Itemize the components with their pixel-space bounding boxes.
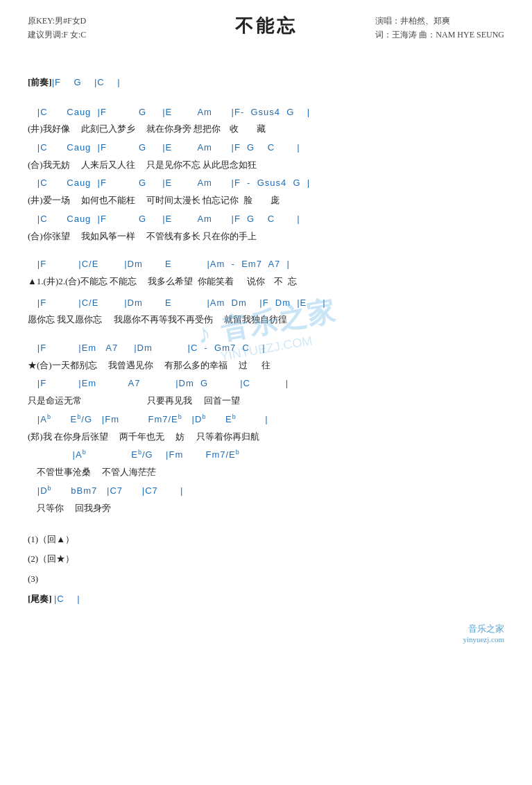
chord-6: |F |C/E |Dm E |Am Dm |F Dm |E | bbox=[28, 295, 504, 312]
star-block: |F |Em A7 |Dm |C - Gm7 C | ★(合)一天都别忘 我曾遇… bbox=[28, 340, 504, 517]
lyric-11: 只等你 回我身旁 bbox=[28, 500, 504, 517]
lyric-10: 不管世事沧桑 不管人海茫茫 bbox=[28, 464, 504, 481]
chord-8: |F |Em A7 |Dm G |C | bbox=[28, 375, 504, 392]
footer-logo-text: 音乐之家 bbox=[468, 623, 504, 634]
lyricist: 词：王海涛 曲：NAM HYE SEUNG bbox=[375, 30, 504, 40]
chord-3: |C Caug |F G |E Am |F - Gsus4 G | bbox=[28, 175, 504, 192]
footer-logo: 音乐之家 yinyuezj.com bbox=[28, 623, 504, 644]
chord-9: |Ab Eb/G |Fm Fm7/Eb |Db Eb | bbox=[28, 411, 504, 429]
chord-4: |C Caug |F G |E Am |F G C | bbox=[28, 211, 504, 228]
lyric-8: 只是命运无常 只要再见我 回首一望 bbox=[28, 392, 504, 410]
chord-1: |C Caug |F G |E Am |F- Gsus4 G | bbox=[28, 104, 504, 121]
key-info-1: 原KEY:男#F女D bbox=[28, 16, 86, 26]
chord-2: |C Caug |F G |E Am |F G C | bbox=[28, 139, 504, 157]
intro-chords: |F G |C | bbox=[52, 77, 121, 87]
outro: [尾奏] |C | bbox=[28, 589, 504, 610]
song-title: 不能忘 bbox=[235, 16, 298, 36]
key-info-2: 建议男调:F 女:C bbox=[28, 30, 86, 40]
intro-label: [前奏] bbox=[28, 77, 52, 87]
lyric-9: (郑)我 在你身后张望 两千年也无 妨 只等着你再归航 bbox=[28, 429, 504, 446]
intro-section: [前奏]|F G |C | bbox=[28, 74, 504, 92]
verse1-block: |C Caug |F G |E Am |F- Gsus4 G | (井)我好像 … bbox=[28, 104, 504, 245]
outro-chords: |C | bbox=[54, 594, 80, 604]
meta-right: 演唱：井柏然、郑爽 词：王海涛 曲：NAM HYE SEUNG bbox=[375, 14, 504, 42]
chord-7: |F |Em A7 |Dm |C - Gm7 C | bbox=[28, 340, 504, 357]
lyric-6: 愿你忘 我又愿你忘 我愿你不再等我不再受伤 就留我独自彷徨 bbox=[28, 311, 504, 329]
chorus1-block: |F |C/E |Dm E |Am - Em7 A7 | ▲1.(井)2.(合)… bbox=[28, 256, 504, 329]
repeat-2: (2)（回★） bbox=[28, 549, 504, 569]
lyric-3: (井)爱一场 如何也不能枉 可时间太漫长 怕忘记你 脸 庞 bbox=[28, 192, 504, 209]
outro-label: [尾奏] bbox=[28, 594, 52, 604]
performer: 演唱：井柏然、郑爽 bbox=[375, 16, 450, 26]
lyric-4: (合)你张望 我如风筝一样 不管线有多长 只在你的手上 bbox=[28, 228, 504, 245]
footer-url: yinyuezj.com bbox=[28, 635, 504, 644]
chord-10: |Ab Eb/G |Fm Fm7/Eb bbox=[28, 447, 504, 464]
lyric-1: (井)我好像 此刻已入梦乡 就在你身旁 想把你 收 藏 bbox=[28, 121, 504, 138]
repeat-section: (1)（回▲） (2)（回★） (3) [尾奏] |C | bbox=[28, 530, 504, 609]
lyric-2: (合)我无妨 人来后又人往 只是见你不忘 从此思念如狂 bbox=[28, 157, 504, 174]
lyric-7: ★(合)一天都别忘 我曾遇见你 有那么多的幸福 过 往 bbox=[28, 357, 504, 374]
repeat-1: (1)（回▲） bbox=[28, 530, 504, 550]
lyric-5: ▲1.(井)2.(合)不能忘 不能忘 我多么希望 你能笑着 说你 不 忘 bbox=[28, 273, 504, 291]
chord-11: |Db bBm7 |C7 |C7 | bbox=[28, 483, 504, 500]
meta-left: 原KEY:男#F女D 建议男调:F 女:C bbox=[28, 14, 86, 42]
repeat-3: (3) bbox=[28, 569, 504, 589]
page: 原KEY:男#F女D 建议男调:F 女:C 不能忘 演唱：井柏然、郑爽 词：王海… bbox=[0, 0, 532, 671]
chord-5: |F |C/E |Dm E |Am - Em7 A7 | bbox=[28, 256, 504, 273]
